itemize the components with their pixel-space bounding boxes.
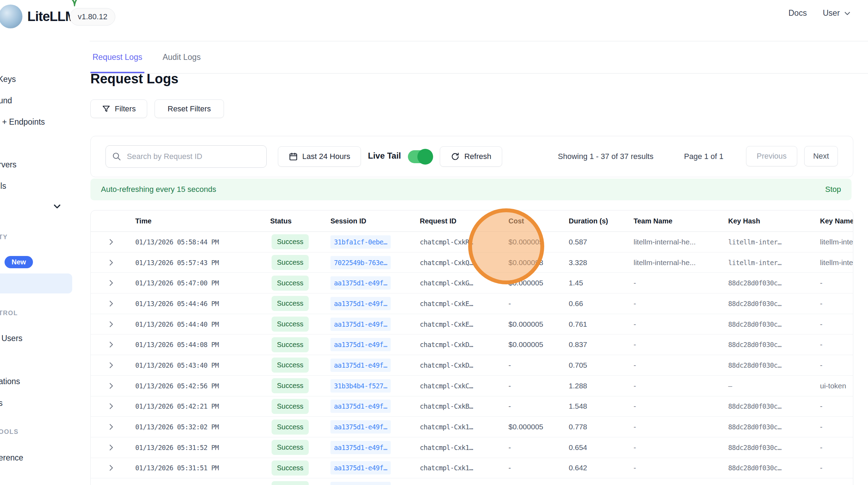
sidebar-item-keys[interactable]: Keys [0, 75, 16, 84]
status-badge: Success [272, 420, 309, 435]
cell-time: 01/13/2026 05:42:56 PM [131, 382, 266, 390]
sidebar-section-ty: TY [0, 234, 8, 241]
cell-time: 01/13/2026 05:44:08 PM [131, 341, 266, 348]
sidebar-item-users[interactable]: Users [1, 334, 22, 343]
sidebar-item-erence[interactable]: erence [0, 453, 23, 463]
table-row[interactable]: 01/13/2026 05:57:43 PM Success 7022549b-… [91, 252, 853, 273]
table-row[interactable]: 01/13/2026 05:58:44 PM Success 31bfa1cf-… [91, 232, 853, 252]
reset-filters-button[interactable]: Reset Filters [155, 99, 224, 118]
calendar-icon [289, 152, 298, 161]
table-row[interactable]: 01/13/2026 05:44:08 PM Success aa1375d1-… [91, 334, 853, 355]
sidebar-collapse-chevron-down-icon[interactable] [53, 202, 62, 211]
session-id-link[interactable]: aa1375d1-e49f… [330, 482, 391, 485]
session-id-link[interactable]: aa1375d1-e49f… [330, 441, 391, 454]
sidebar-item-rvers[interactable]: rvers [0, 160, 16, 169]
table-row[interactable]: 01/13/2026 05:44:40 PM Success aa1375d1-… [91, 314, 853, 335]
session-id-link[interactable]: aa1375d1-e49f… [330, 297, 391, 310]
sidebar-item-selected[interactable] [0, 273, 72, 293]
chevron-right-icon[interactable] [107, 361, 115, 369]
table-row[interactable]: 01/13/2026 05:47:00 PM Success aa1375d1-… [91, 273, 853, 293]
cell-key-name: - [816, 361, 853, 369]
session-id-link[interactable]: 7022549b-763e… [330, 256, 391, 269]
table-row[interactable]: 01/13/2026 05:32:02 PM Success aa1375d1-… [91, 417, 853, 437]
auto-refresh-banner: Auto-refreshing every 15 seconds Stop [90, 179, 852, 200]
cell-request-id: chatcmpl-Cxk1… [416, 464, 504, 472]
sidebar-item-endpoints[interactable]: + Endpoints [2, 117, 45, 127]
session-id-link[interactable]: aa1375d1-e49f… [330, 318, 391, 331]
chevron-right-icon[interactable] [107, 340, 115, 349]
cell-cost: $0.000005 [504, 238, 565, 246]
table-row[interactable]: 01/13/2026 05:31:38 PM Success aa1375d1-… [91, 478, 853, 485]
cell-key-name: litellm-inte [816, 238, 853, 246]
cell-duration: 0.587 [565, 238, 629, 246]
cell-key-hash: 88dc28d0f030c… [724, 423, 816, 431]
cell-cost: - [504, 299, 565, 308]
table-row[interactable]: 01/13/2026 05:44:46 PM Success aa1375d1-… [91, 293, 853, 314]
cell-team-name: - [629, 402, 724, 410]
cell-key-hash: 88dc28d0f030c… [724, 320, 816, 328]
table-row[interactable]: 01/13/2026 05:31:51 PM Success aa1375d1-… [91, 458, 853, 479]
chevron-right-icon[interactable] [107, 402, 115, 410]
cell-key-hash: – [724, 382, 816, 390]
sidebar-item-und[interactable]: und [0, 96, 12, 105]
cell-key-hash: litellm-inter… [724, 238, 816, 246]
chevron-right-icon[interactable] [107, 464, 115, 472]
cell-team-name: - [629, 340, 724, 349]
chevron-right-icon[interactable] [107, 238, 115, 246]
table-row[interactable]: 01/13/2026 05:43:40 PM Success aa1375d1-… [91, 355, 853, 376]
tab-audit-logs[interactable]: Audit Logs [160, 48, 203, 73]
cell-time: 01/13/2026 05:42:21 PM [131, 402, 266, 410]
session-id-link[interactable]: aa1375d1-e49f… [330, 461, 391, 474]
chevron-right-icon[interactable] [107, 320, 115, 328]
chevron-right-icon[interactable] [107, 299, 115, 308]
chevron-down-icon [843, 9, 851, 17]
chevron-right-icon[interactable] [107, 423, 115, 431]
refresh-button[interactable]: Refresh [440, 146, 502, 167]
chevron-right-icon[interactable] [107, 258, 115, 267]
cell-cost: $0.000005 [504, 340, 565, 349]
cell-duration: 1.45 [565, 279, 629, 287]
session-id-link[interactable]: aa1375d1-e49f… [330, 338, 391, 351]
session-id-link[interactable]: aa1375d1-e49f… [330, 359, 391, 372]
chevron-right-icon[interactable] [107, 279, 115, 287]
cell-team-name: litellm-internal-he... [629, 238, 724, 246]
session-id-link[interactable]: aa1375d1-e49f… [330, 276, 391, 290]
search-input[interactable] [126, 152, 260, 161]
cell-duration: 0.654 [565, 443, 629, 452]
session-id-link[interactable]: aa1375d1-e49f… [330, 400, 391, 413]
chevron-right-icon[interactable] [107, 382, 115, 390]
session-id-link[interactable]: 31b3b4b4-f527… [330, 379, 391, 393]
live-tail-toggle[interactable] [408, 150, 432, 163]
table-row[interactable]: 01/13/2026 05:31:52 PM Success aa1375d1-… [91, 437, 853, 458]
cell-team-name: - [629, 361, 724, 369]
stop-auto-refresh-link[interactable]: Stop [825, 185, 841, 194]
results-count: Showing 1 - 37 of 37 results [558, 152, 654, 161]
status-badge: Success [272, 378, 309, 393]
sidebar-item-ils[interactable]: ils [0, 181, 6, 191]
refresh-icon [451, 152, 460, 161]
table-row[interactable]: 01/13/2026 05:42:56 PM Success 31b3b4b4-… [91, 376, 853, 396]
cell-key-hash: 88dc28d0f030c… [724, 444, 816, 451]
sidebar-item-s[interactable]: s [0, 399, 3, 408]
sidebar-item-ations[interactable]: ations [0, 377, 20, 386]
session-id-link[interactable]: 31bfa1cf-0ebe… [330, 235, 391, 249]
cell-team-name: - [629, 464, 724, 472]
chevron-right-icon[interactable] [107, 443, 115, 452]
previous-page-button[interactable]: Previous [746, 146, 797, 166]
time-range-button[interactable]: Last 24 Hours [278, 146, 361, 167]
table-row[interactable]: 01/13/2026 05:42:21 PM Success aa1375d1-… [91, 396, 853, 417]
tabs-bar: Request Logs Audit Logs [90, 48, 868, 74]
cell-key-name: - [816, 402, 853, 410]
tab-request-logs[interactable]: Request Logs [90, 48, 144, 73]
next-page-button[interactable]: Next [804, 146, 838, 166]
status-badge: Success [272, 481, 309, 485]
status-badge: Success [272, 399, 309, 414]
session-id-link[interactable]: aa1375d1-e49f… [330, 420, 391, 434]
header-status: Status [266, 217, 326, 225]
filters-button[interactable]: Filters [90, 99, 147, 118]
nav-docs-link[interactable]: Docs [788, 8, 807, 18]
status-badge: Success [272, 358, 309, 373]
cell-key-hash: 88dc28d0f030c… [724, 361, 816, 369]
cell-request-id: chatcmpl-Cxk1… [416, 423, 504, 431]
nav-user-menu[interactable]: User [823, 8, 851, 18]
